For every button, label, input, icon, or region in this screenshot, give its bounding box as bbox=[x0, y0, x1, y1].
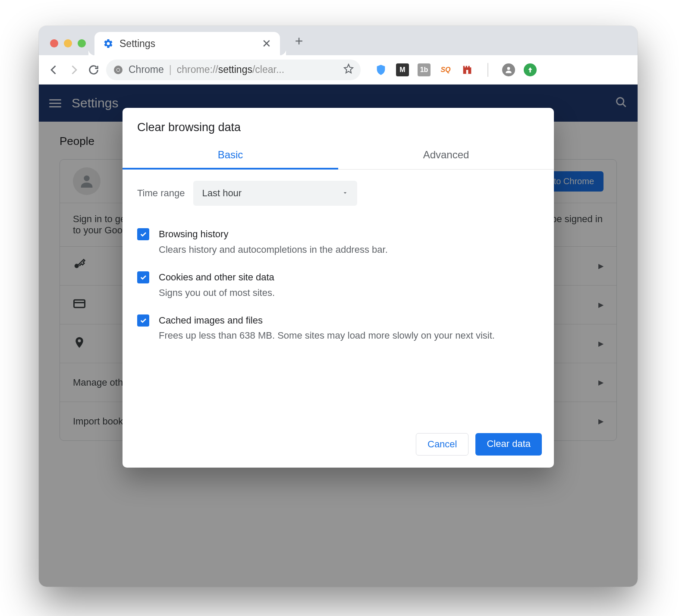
omnibox-url: chrome://settings/clear... bbox=[177, 64, 284, 75]
close-window-dot[interactable] bbox=[50, 39, 58, 47]
option-desc: Clears history and autocompletions in th… bbox=[159, 243, 388, 257]
dialog-body: Time range Last hour Browsing history bbox=[123, 170, 554, 423]
svg-point-4 bbox=[507, 67, 510, 70]
minimize-window-dot[interactable] bbox=[64, 39, 72, 47]
chrome-icon bbox=[113, 65, 123, 75]
back-button[interactable] bbox=[47, 64, 61, 76]
extension-1b-icon[interactable]: 1b bbox=[418, 63, 431, 76]
dialog-actions: Cancel Clear data bbox=[123, 423, 554, 468]
extension-shield-icon[interactable] bbox=[374, 63, 387, 76]
omnibox-separator: | bbox=[169, 64, 172, 75]
tab-strip: Settings ✕ + bbox=[39, 26, 638, 55]
time-range-select[interactable]: Last hour bbox=[193, 181, 357, 206]
time-range-label: Time range bbox=[137, 188, 185, 199]
checkbox-cache[interactable] bbox=[137, 314, 149, 327]
option-title: Cookies and other site data bbox=[159, 270, 275, 284]
time-range-row: Time range Last hour bbox=[137, 181, 539, 206]
maximize-window-dot[interactable] bbox=[78, 39, 86, 47]
gear-icon bbox=[103, 38, 113, 49]
extension-sq-icon[interactable]: SQ bbox=[439, 63, 452, 76]
dropdown-caret-icon bbox=[342, 188, 349, 199]
profile-avatar-button[interactable] bbox=[502, 63, 515, 76]
browser-tab-title: Settings bbox=[119, 38, 260, 50]
svg-rect-3 bbox=[466, 70, 468, 74]
cancel-button[interactable]: Cancel bbox=[416, 433, 468, 456]
option-cookies[interactable]: Cookies and other site data Signs you ou… bbox=[137, 264, 539, 307]
url-toolbar: Chrome | chrome://settings/clear... M 1b… bbox=[39, 55, 638, 85]
dialog-tabs: Basic Advanced bbox=[123, 142, 554, 170]
window-controls bbox=[45, 39, 90, 55]
option-desc: Frees up less than 638 MB. Some sites ma… bbox=[159, 329, 495, 343]
browser-tab-active[interactable]: Settings ✕ bbox=[94, 32, 280, 55]
option-title: Cached images and files bbox=[159, 314, 495, 327]
tab-advanced[interactable]: Advanced bbox=[338, 142, 554, 169]
toolbar-separator bbox=[487, 63, 488, 77]
omnibox[interactable]: Chrome | chrome://settings/clear... bbox=[106, 60, 361, 80]
forward-button[interactable] bbox=[66, 64, 81, 76]
option-title: Browsing history bbox=[159, 227, 388, 241]
extensions-row: M 1b SQ bbox=[374, 63, 537, 77]
new-tab-button[interactable]: + bbox=[290, 33, 308, 55]
checkbox-browsing-history[interactable] bbox=[137, 228, 149, 240]
time-range-value: Last hour bbox=[202, 188, 242, 199]
option-browsing-history[interactable]: Browsing history Clears history and auto… bbox=[137, 220, 539, 264]
close-tab-icon[interactable]: ✕ bbox=[260, 37, 273, 50]
clear-data-dialog: Clear browsing data Basic Advanced Time … bbox=[123, 108, 554, 468]
option-desc: Signs you out of most sites. bbox=[159, 286, 275, 300]
extension-castle-icon[interactable] bbox=[461, 63, 474, 76]
browser-window: Settings ✕ + Chrome | chrome://settings/… bbox=[39, 26, 638, 587]
update-available-icon[interactable] bbox=[524, 63, 537, 76]
svg-point-2 bbox=[117, 68, 119, 71]
omnibox-scheme: Chrome bbox=[129, 64, 164, 75]
bookmark-star-icon[interactable] bbox=[343, 63, 354, 76]
clear-data-button[interactable]: Clear data bbox=[475, 433, 542, 456]
reload-button[interactable] bbox=[86, 64, 101, 76]
option-cache[interactable]: Cached images and files Frees up less th… bbox=[137, 307, 539, 350]
dialog-title: Clear browsing data bbox=[123, 108, 554, 142]
extension-mega-icon[interactable]: M bbox=[396, 63, 409, 76]
checkbox-cookies[interactable] bbox=[137, 271, 149, 283]
tab-basic[interactable]: Basic bbox=[123, 142, 338, 170]
